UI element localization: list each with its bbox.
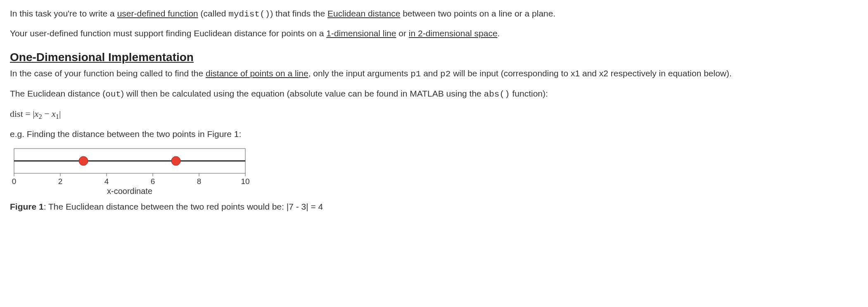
code-out: out [105,90,121,99]
sub-2: 2 [38,113,42,121]
text: or [396,28,408,38]
link-2d-space[interactable]: in 2-dimensional space [409,28,498,38]
intro-paragraph-2: Your user-defined function must support … [10,27,858,40]
text: (called [198,9,229,18]
link-distance-points-line[interactable]: distance of points on a line [206,68,308,78]
figure-1-caption: Figure 1: The Euclidean distance between… [10,201,858,213]
code-p1: p1 [410,69,421,79]
code-mydist: mydist() [228,9,270,19]
svg-point-14 [79,156,88,165]
minus: − [42,109,52,119]
link-1d-line[interactable]: 1-dimensional line [326,28,396,38]
text: ) that finds the [270,9,327,18]
text: will be input (corresponding to x1 and x… [451,68,732,78]
intro-paragraph-1: In this task you're to write a user-defi… [10,7,858,21]
section-heading-1d: One-Dimensional Implementation [10,49,858,66]
formula-prefix: dist = [10,109,33,119]
svg-text:0: 0 [12,177,17,186]
var-x1: x [52,109,56,119]
text: Your user-defined function must support … [10,28,326,38]
text: The Euclidean distance ( [10,89,105,98]
text: between two points on a line or a plane. [400,9,555,18]
link-euclidean-distance[interactable]: Euclidean distance [327,9,400,18]
figure-1-chart: 0246810x-coordinate [10,147,858,196]
text: In the case of your function being calle… [10,68,206,78]
text: ) will then be calculated using the equa… [121,89,484,98]
link-user-defined-function[interactable]: user-defined function [117,9,198,18]
svg-text:6: 6 [151,177,155,186]
caption-bold: Figure 1 [10,202,44,211]
svg-text:x-coordinate: x-coordinate [107,187,152,196]
formula-1d: dist = |x2 − x1| [10,107,858,122]
text: and [421,68,440,78]
caption-text: : The Euclidean distance between the two… [44,202,323,211]
svg-point-15 [171,156,180,165]
numberline-svg: 0246810x-coordinate [10,147,249,196]
svg-text:8: 8 [197,177,202,186]
sub-1: 1 [56,113,59,121]
var-x2: x [35,109,39,119]
example-intro: e.g. Finding the distance between the tw… [10,128,858,140]
text: . [498,28,500,38]
svg-text:2: 2 [58,177,63,186]
section1-paragraph-1: In the case of your function being calle… [10,67,858,80]
svg-text:10: 10 [241,177,249,186]
svg-text:4: 4 [104,177,109,186]
code-abs: abs() [484,90,510,99]
text: , only the input arguments [308,68,410,78]
text: function): [510,89,548,98]
text: In this task you're to write a [10,9,117,18]
abs-close: | [59,109,61,119]
section1-paragraph-2: The Euclidean distance (out) will then b… [10,87,858,101]
code-p2: p2 [440,69,451,79]
